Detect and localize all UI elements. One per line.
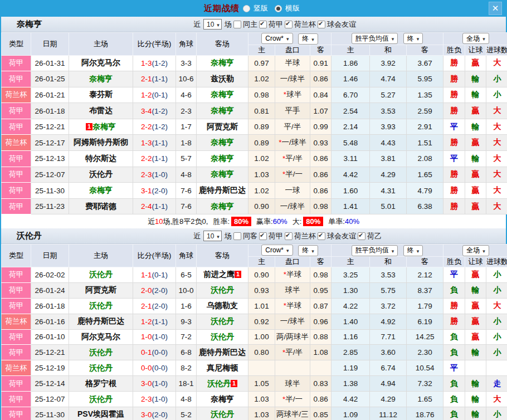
- bookmaker-dropdown[interactable]: Crow*: [261, 33, 292, 44]
- team-name: 前进之鹰: [203, 270, 235, 279]
- col-away: 客场: [197, 245, 248, 267]
- chevron-down-icon: [311, 35, 314, 43]
- corners-cell: 7-2: [176, 329, 197, 345]
- result-handicap-cell: 贏: [465, 135, 486, 151]
- filter-unit-label: 场: [225, 19, 232, 30]
- ah-away-odds-cell: 0.87: [310, 298, 332, 314]
- away-team-title: 沃伦丹: [17, 231, 42, 241]
- eu-draw-odds-cell: 4.43: [370, 135, 407, 151]
- team-name: 沃伦丹: [211, 316, 234, 325]
- result-goals-cell: [486, 360, 507, 376]
- eu-away-odds-cell: 8.37: [407, 282, 443, 298]
- friendly-label: 球会友谊: [327, 19, 356, 30]
- eu-home-odds-cell: 1.16: [332, 329, 370, 345]
- over-rate-label: 大:: [292, 217, 302, 227]
- filter-near-label: 近: [193, 19, 201, 30]
- league-label: 荷甲: [269, 19, 283, 30]
- vertical-layout-radio[interactable]: [243, 5, 250, 12]
- ah-final-dropdown[interactable]: 终: [298, 33, 318, 45]
- eu-draw-odds-cell: 3.72: [370, 298, 407, 314]
- corners-cell: 5-7: [176, 151, 197, 167]
- league-label: 荷甲: [269, 231, 283, 241]
- avg-odds-dropdown[interactable]: 胜平负均值: [352, 245, 398, 256]
- full-match-dropdown[interactable]: 全场: [462, 245, 489, 256]
- team-name: 真尼梅顿: [207, 363, 238, 372]
- chevron-down-icon: [482, 35, 485, 42]
- league-checkbox[interactable]: [259, 232, 267, 240]
- col-corner: 角球: [176, 245, 197, 267]
- away-team-cell: 前进之鹰1: [197, 267, 248, 282]
- close-button[interactable]: ✕: [489, 2, 502, 15]
- full-match-dropdown[interactable]: 全场: [462, 33, 489, 44]
- date-cell: 26-01-10: [31, 329, 69, 345]
- chevron-down-icon: [217, 21, 220, 28]
- horizontal-layout-radio[interactable]: [275, 5, 282, 12]
- col-date: 日期: [31, 245, 69, 267]
- league-type-cell: 荷兰杯: [2, 87, 31, 103]
- away-team-cell: 乌德勒支: [197, 298, 248, 314]
- result-handicap-cell: 輸: [465, 407, 486, 420]
- result-goals-cell: 大: [486, 298, 507, 314]
- result-handicap-cell: 贏: [465, 198, 486, 214]
- team-name: 沃伦丹: [211, 409, 234, 418]
- team-name: 沃伦丹: [89, 169, 113, 178]
- eu-home-odds-cell: 1.30: [332, 282, 370, 298]
- date-cell: 25-12-07: [31, 392, 69, 407]
- ah-home-odds-cell: 0.80: [248, 345, 275, 360]
- away-team-results-table: 类型 日期 主场 比分(半场) 角球 客场 Crow* 终 胜平负均值 终 全场: [1, 244, 507, 420]
- match-row: 荷甲25-11-23费耶诺德2-4(1-1)7-6奈梅亨0.90一/球半0.98…: [2, 198, 507, 214]
- eu-away-odds-cell: 2.08: [407, 151, 443, 167]
- league-type-cell: 荷兰杯: [2, 314, 31, 329]
- score-cell: 2-2(1-1): [133, 151, 176, 167]
- col-res-ah: 让球: [465, 256, 486, 267]
- eu-draw-odds-cell: 5.75: [370, 282, 407, 298]
- dialog-titlebar: 近期战绩 竖版 横版 ✕: [1, 0, 506, 17]
- chevron-down-icon: [482, 247, 485, 255]
- away-team-cell: 真尼梅顿: [197, 360, 248, 376]
- eu-final-dropdown[interactable]: 终: [403, 245, 423, 256]
- recent-count-select[interactable]: 10: [203, 19, 222, 30]
- eu-draw-odds-cell: 5.27: [370, 87, 407, 103]
- team-name: 阿贾克斯: [85, 285, 116, 294]
- win-rate-value: 80%: [231, 217, 251, 226]
- avg-odds-dropdown[interactable]: 胜平负均值: [352, 33, 398, 44]
- chevron-down-icon: [392, 35, 394, 42]
- result-handicap-cell: 輸: [465, 151, 486, 167]
- result-handicap-cell: 贏: [465, 167, 486, 183]
- home-team-cell: 阿贾克斯: [69, 282, 133, 298]
- corners-cell: 7-6: [176, 183, 197, 199]
- eu-home-odds-cell: 1.46: [332, 71, 370, 87]
- corners-cell: 1-7: [176, 119, 197, 135]
- away-team-cell: 鹿特丹斯巴达: [197, 183, 248, 199]
- eu-away-odds-cell: 18.76: [407, 407, 443, 420]
- team-name: 奈梅亨: [211, 106, 234, 115]
- bookmaker-dropdown[interactable]: Crow*: [261, 245, 292, 256]
- result-outcome-cell: 平: [443, 151, 465, 167]
- eu-final-dropdown[interactable]: 终: [403, 33, 423, 44]
- ah-away-odds-cell: 0.86: [310, 183, 332, 199]
- recent-count-select[interactable]: 10: [203, 231, 222, 241]
- eu-draw-odds-cell: 7.71: [370, 329, 407, 345]
- friendly-checkbox[interactable]: [318, 21, 325, 28]
- cup-checkbox[interactable]: [285, 21, 292, 28]
- friendly-label: 球会友谊: [327, 231, 356, 241]
- same-venue-checkbox[interactable]: [233, 21, 241, 28]
- league-checkbox[interactable]: [259, 21, 267, 28]
- ah-home-odds-cell: 1.02: [248, 151, 275, 167]
- score-cell: 2-0(2-0): [133, 282, 176, 298]
- ah-final-dropdown[interactable]: 终: [298, 245, 318, 256]
- date-cell: 25-12-14: [31, 376, 69, 392]
- same-venue-checkbox[interactable]: [233, 232, 241, 240]
- ah-away-odds-cell: 0.86: [310, 151, 332, 167]
- ah-line-cell: 一球: [275, 183, 310, 199]
- match-row: 荷兰杯25-12-17阿姆斯特丹斯彻1-3(1-1)1-8奈梅亨0.89*一/球…: [2, 135, 507, 151]
- result-handicap-cell: 輸: [465, 282, 486, 298]
- league2-checkbox[interactable]: [358, 232, 365, 240]
- league-type-cell: 荷甲: [2, 103, 31, 119]
- league-type-cell: 荷甲: [2, 407, 31, 420]
- corners-cell: 1-6: [176, 298, 197, 314]
- cup-checkbox[interactable]: [285, 232, 292, 240]
- corners-cell: 3-3: [176, 55, 197, 71]
- friendly-checkbox[interactable]: [318, 232, 325, 240]
- ah-away-odds-cell: 0.93: [310, 135, 332, 151]
